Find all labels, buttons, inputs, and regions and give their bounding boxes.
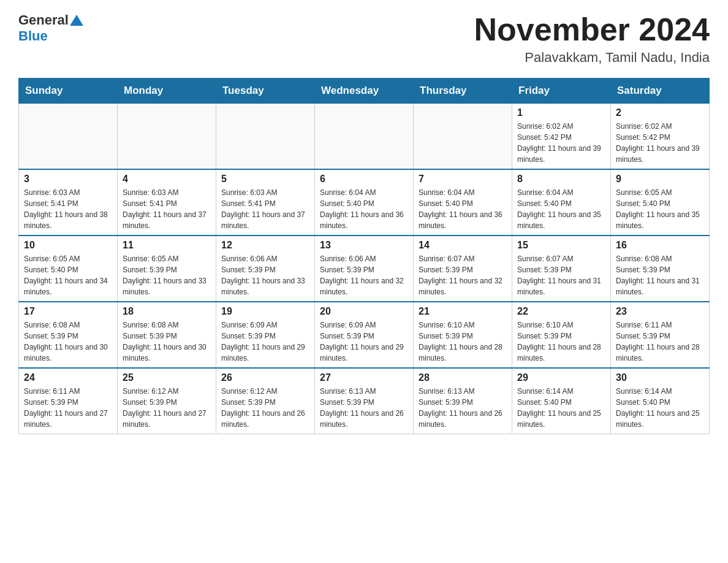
- day-info: Sunrise: 6:05 AMSunset: 5:40 PMDaylight:…: [24, 253, 112, 297]
- calendar-cell: 3Sunrise: 6:03 AMSunset: 5:41 PMDaylight…: [19, 169, 118, 236]
- day-number: 20: [320, 306, 408, 317]
- day-info: Sunrise: 6:02 AMSunset: 5:42 PMDaylight:…: [616, 121, 704, 165]
- page-header: General Blue November 2024 Palavakkam, T…: [18, 12, 710, 66]
- day-info: Sunrise: 6:05 AMSunset: 5:39 PMDaylight:…: [123, 253, 211, 297]
- location-title: Palavakkam, Tamil Nadu, India: [474, 50, 710, 66]
- day-info: Sunrise: 6:10 AMSunset: 5:39 PMDaylight:…: [419, 320, 507, 364]
- day-number: 2: [616, 107, 704, 118]
- day-number: 25: [123, 372, 211, 383]
- calendar-table: SundayMondayTuesdayWednesdayThursdayFrid…: [18, 78, 710, 434]
- calendar-week-row: 17Sunrise: 6:08 AMSunset: 5:39 PMDayligh…: [19, 302, 710, 368]
- calendar-cell: 14Sunrise: 6:07 AMSunset: 5:39 PMDayligh…: [414, 236, 512, 302]
- calendar-cell: 1Sunrise: 6:02 AMSunset: 5:42 PMDaylight…: [512, 104, 611, 170]
- day-number: 15: [517, 240, 605, 251]
- calendar-cell: [414, 104, 512, 170]
- day-number: 28: [419, 372, 507, 383]
- calendar-cell: 23Sunrise: 6:11 AMSunset: 5:39 PMDayligh…: [611, 302, 710, 368]
- day-number: 1: [517, 107, 605, 118]
- calendar-cell: 20Sunrise: 6:09 AMSunset: 5:39 PMDayligh…: [315, 302, 414, 368]
- calendar-cell: 16Sunrise: 6:08 AMSunset: 5:39 PMDayligh…: [611, 236, 710, 302]
- weekday-header-saturday: Saturday: [611, 79, 710, 104]
- day-number: 4: [123, 174, 211, 185]
- calendar-cell: 21Sunrise: 6:10 AMSunset: 5:39 PMDayligh…: [414, 302, 512, 368]
- day-info: Sunrise: 6:13 AMSunset: 5:39 PMDaylight:…: [320, 386, 408, 430]
- day-info: Sunrise: 6:04 AMSunset: 5:40 PMDaylight:…: [320, 187, 408, 231]
- day-info: Sunrise: 6:05 AMSunset: 5:40 PMDaylight:…: [616, 187, 704, 231]
- calendar-week-row: 10Sunrise: 6:05 AMSunset: 5:40 PMDayligh…: [19, 236, 710, 302]
- weekday-header-friday: Friday: [512, 79, 611, 104]
- day-info: Sunrise: 6:12 AMSunset: 5:39 PMDaylight:…: [123, 386, 211, 430]
- calendar-week-row: 3Sunrise: 6:03 AMSunset: 5:41 PMDaylight…: [19, 169, 710, 236]
- calendar-cell: 12Sunrise: 6:06 AMSunset: 5:39 PMDayligh…: [216, 236, 315, 302]
- weekday-header-monday: Monday: [118, 79, 216, 104]
- day-number: 26: [221, 372, 309, 383]
- title-block: November 2024 Palavakkam, Tamil Nadu, In…: [474, 12, 710, 66]
- weekday-header-row: SundayMondayTuesdayWednesdayThursdayFrid…: [19, 79, 710, 104]
- day-info: Sunrise: 6:03 AMSunset: 5:41 PMDaylight:…: [24, 187, 112, 231]
- day-number: 3: [24, 174, 112, 185]
- calendar-cell: 7Sunrise: 6:04 AMSunset: 5:40 PMDaylight…: [414, 169, 512, 236]
- calendar-cell: 18Sunrise: 6:08 AMSunset: 5:39 PMDayligh…: [118, 302, 216, 368]
- weekday-header-thursday: Thursday: [414, 79, 512, 104]
- calendar-cell: 24Sunrise: 6:11 AMSunset: 5:39 PMDayligh…: [19, 368, 118, 434]
- day-number: 27: [320, 372, 408, 383]
- day-number: 13: [320, 240, 408, 251]
- day-number: 8: [517, 174, 605, 185]
- day-number: 23: [616, 306, 704, 317]
- day-info: Sunrise: 6:03 AMSunset: 5:41 PMDaylight:…: [221, 187, 309, 231]
- weekday-header-wednesday: Wednesday: [315, 79, 414, 104]
- day-number: 21: [419, 306, 507, 317]
- day-number: 17: [24, 306, 112, 317]
- calendar-cell: 28Sunrise: 6:13 AMSunset: 5:39 PMDayligh…: [414, 368, 512, 434]
- day-number: 24: [24, 372, 112, 383]
- calendar-week-row: 1Sunrise: 6:02 AMSunset: 5:42 PMDaylight…: [19, 104, 710, 170]
- day-info: Sunrise: 6:06 AMSunset: 5:39 PMDaylight:…: [221, 253, 309, 297]
- calendar-cell: [216, 104, 315, 170]
- day-number: 14: [419, 240, 507, 251]
- day-info: Sunrise: 6:10 AMSunset: 5:39 PMDaylight:…: [517, 320, 605, 364]
- day-number: 30: [616, 372, 704, 383]
- day-info: Sunrise: 6:08 AMSunset: 5:39 PMDaylight:…: [616, 253, 704, 297]
- day-number: 9: [616, 174, 704, 185]
- day-number: 5: [221, 174, 309, 185]
- day-info: Sunrise: 6:06 AMSunset: 5:39 PMDaylight:…: [320, 253, 408, 297]
- svg-marker-0: [70, 15, 83, 26]
- calendar-cell: 17Sunrise: 6:08 AMSunset: 5:39 PMDayligh…: [19, 302, 118, 368]
- calendar-cell: 25Sunrise: 6:12 AMSunset: 5:39 PMDayligh…: [118, 368, 216, 434]
- day-info: Sunrise: 6:08 AMSunset: 5:39 PMDaylight:…: [24, 320, 112, 364]
- logo: General Blue: [18, 12, 83, 44]
- day-number: 22: [517, 306, 605, 317]
- day-info: Sunrise: 6:03 AMSunset: 5:41 PMDaylight:…: [123, 187, 211, 231]
- day-info: Sunrise: 6:11 AMSunset: 5:39 PMDaylight:…: [24, 386, 112, 430]
- day-info: Sunrise: 6:12 AMSunset: 5:39 PMDaylight:…: [221, 386, 309, 430]
- calendar-cell: 30Sunrise: 6:14 AMSunset: 5:40 PMDayligh…: [611, 368, 710, 434]
- day-number: 10: [24, 240, 112, 251]
- calendar-cell: 5Sunrise: 6:03 AMSunset: 5:41 PMDaylight…: [216, 169, 315, 236]
- calendar-cell: 4Sunrise: 6:03 AMSunset: 5:41 PMDaylight…: [118, 169, 216, 236]
- calendar-cell: 2Sunrise: 6:02 AMSunset: 5:42 PMDaylight…: [611, 104, 710, 170]
- day-info: Sunrise: 6:08 AMSunset: 5:39 PMDaylight:…: [123, 320, 211, 364]
- calendar-cell: 6Sunrise: 6:04 AMSunset: 5:40 PMDaylight…: [315, 169, 414, 236]
- day-number: 18: [123, 306, 211, 317]
- calendar-cell: 26Sunrise: 6:12 AMSunset: 5:39 PMDayligh…: [216, 368, 315, 434]
- calendar-cell: 10Sunrise: 6:05 AMSunset: 5:40 PMDayligh…: [19, 236, 118, 302]
- calendar-cell: 9Sunrise: 6:05 AMSunset: 5:40 PMDaylight…: [611, 169, 710, 236]
- calendar-week-row: 24Sunrise: 6:11 AMSunset: 5:39 PMDayligh…: [19, 368, 710, 434]
- day-info: Sunrise: 6:09 AMSunset: 5:39 PMDaylight:…: [221, 320, 309, 364]
- day-info: Sunrise: 6:09 AMSunset: 5:39 PMDaylight:…: [320, 320, 408, 364]
- day-info: Sunrise: 6:04 AMSunset: 5:40 PMDaylight:…: [517, 187, 605, 231]
- day-info: Sunrise: 6:07 AMSunset: 5:39 PMDaylight:…: [517, 253, 605, 297]
- calendar-cell: 27Sunrise: 6:13 AMSunset: 5:39 PMDayligh…: [315, 368, 414, 434]
- day-info: Sunrise: 6:07 AMSunset: 5:39 PMDaylight:…: [419, 253, 507, 297]
- day-info: Sunrise: 6:04 AMSunset: 5:40 PMDaylight:…: [419, 187, 507, 231]
- day-info: Sunrise: 6:13 AMSunset: 5:39 PMDaylight:…: [419, 386, 507, 430]
- logo-triangle-icon: [70, 13, 83, 27]
- calendar-cell: [19, 104, 118, 170]
- weekday-header-tuesday: Tuesday: [216, 79, 315, 104]
- day-number: 19: [221, 306, 309, 317]
- day-number: 16: [616, 240, 704, 251]
- calendar-cell: 29Sunrise: 6:14 AMSunset: 5:40 PMDayligh…: [512, 368, 611, 434]
- calendar-cell: [118, 104, 216, 170]
- month-title: November 2024: [474, 12, 710, 47]
- logo-text-blue: Blue: [18, 28, 48, 44]
